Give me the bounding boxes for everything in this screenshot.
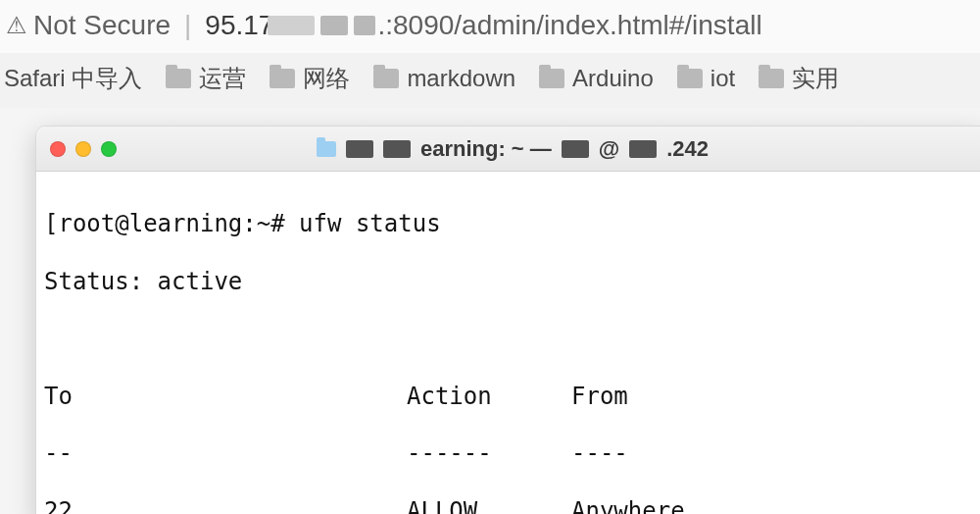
home-folder-icon bbox=[317, 141, 336, 157]
bookmark-label: markdown bbox=[407, 65, 515, 92]
url-ip-fragment: 95.17 bbox=[205, 10, 273, 41]
separator: | bbox=[184, 10, 191, 41]
titlebar[interactable]: earning: ~ — @ .242 bbox=[36, 127, 980, 172]
folder-icon bbox=[677, 69, 703, 88]
address-bar[interactable]: ⚠︎ Not Secure | 95.17 .:8090/admin/index… bbox=[0, 0, 980, 53]
bookmark-label: Arduino bbox=[572, 65, 654, 92]
bookmark-label: 网络 bbox=[303, 63, 350, 94]
terminal-body[interactable]: [root@learning:~# ufw status Status: act… bbox=[36, 172, 980, 514]
col-from: From bbox=[571, 383, 980, 411]
status-line: Status: active bbox=[44, 268, 980, 296]
redacted-block bbox=[320, 16, 348, 35]
bookmarks-bar: Safari 中导入 运营 网络 markdown Arduino iot 实用 bbox=[0, 53, 980, 108]
folder-icon bbox=[539, 69, 564, 88]
redacted-block bbox=[346, 140, 373, 158]
folder-icon bbox=[373, 69, 399, 88]
bookmark-safari-import[interactable]: Safari 中导入 bbox=[4, 63, 142, 94]
command: ufw status bbox=[299, 210, 441, 237]
redacted-block bbox=[629, 140, 657, 158]
table-row: 22ALLOWAnywhere bbox=[44, 497, 980, 514]
redacted-block bbox=[383, 140, 411, 158]
bookmark-markdown[interactable]: markdown bbox=[373, 65, 515, 92]
title-text: .242 bbox=[666, 136, 709, 162]
redacted-block bbox=[268, 16, 315, 35]
bookmark-label: Safari 中导入 bbox=[4, 63, 142, 94]
col-to: To bbox=[44, 383, 407, 411]
bookmark-operations[interactable]: 运营 bbox=[166, 63, 246, 94]
url-path: .:8090/admin/index.html#/install bbox=[377, 10, 761, 41]
table-header: ToActionFrom bbox=[44, 383, 980, 411]
window-title: earning: ~ — @ .242 bbox=[36, 136, 980, 162]
bookmark-network[interactable]: 网络 bbox=[270, 63, 350, 94]
not-secure-label: Not Secure bbox=[33, 10, 171, 41]
table-underline: ------------ bbox=[44, 439, 980, 468]
zoom-icon[interactable] bbox=[101, 141, 117, 157]
title-text: @ bbox=[599, 136, 619, 162]
warning-icon: ⚠︎ bbox=[6, 12, 27, 39]
close-icon[interactable] bbox=[50, 141, 66, 157]
terminal-window: earning: ~ — @ .242 [root@learning:~# uf… bbox=[35, 126, 980, 514]
redacted-block bbox=[562, 140, 589, 158]
folder-icon bbox=[759, 69, 784, 88]
minimize-icon[interactable] bbox=[75, 141, 91, 157]
redacted-block bbox=[354, 16, 375, 35]
bookmark-arduino[interactable]: Arduino bbox=[539, 65, 654, 92]
bookmark-label: iot bbox=[710, 65, 735, 92]
bookmark-iot[interactable]: iot bbox=[677, 65, 735, 92]
title-text: earning: ~ — bbox=[420, 136, 552, 162]
prompt: root@learning:~# bbox=[58, 210, 284, 237]
col-action: Action bbox=[407, 383, 571, 411]
bookmark-label: 运营 bbox=[199, 63, 246, 94]
folder-icon bbox=[166, 69, 191, 88]
bookmark-label: 实用 bbox=[792, 63, 839, 94]
bookmark-practical[interactable]: 实用 bbox=[759, 63, 839, 94]
folder-icon bbox=[270, 69, 295, 88]
